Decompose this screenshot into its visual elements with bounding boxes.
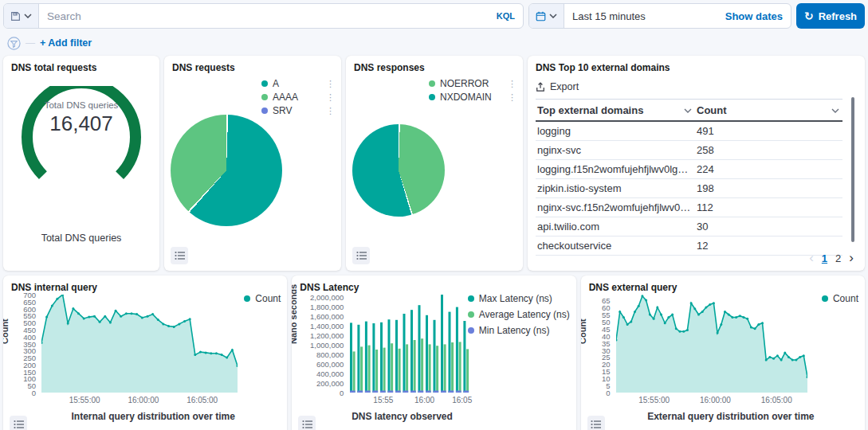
latency-bar-chart[interactable] <box>349 295 470 393</box>
domains-table: Top external domains Count logging491ngi… <box>536 99 842 256</box>
y-axis-tick: 800,000 <box>316 350 344 359</box>
y-axis-tick: 0 <box>32 389 36 397</box>
domain-cell: logging <box>536 121 695 141</box>
external-query-area-chart[interactable] <box>616 295 807 393</box>
legend-more-icon[interactable]: ⋮ <box>508 93 516 102</box>
page-2-button[interactable]: 2 <box>835 252 841 264</box>
panel-title: DNS internal query <box>11 282 279 293</box>
panel-dns-total-requests: DNS total requests Total DNS queries 16,… <box>3 56 159 271</box>
date-quick-menu-button[interactable] <box>529 4 564 28</box>
panel-dns-internal-query: DNS internal query Count Count 700650600… <box>3 276 287 430</box>
query-toolbar: KQL Last 15 minutes Show dates ↻ Refresh <box>3 3 865 29</box>
x-axis-title: DNS latency observed <box>316 411 488 422</box>
save-icon <box>10 11 21 22</box>
kql-language-button[interactable]: KQL <box>489 11 523 21</box>
saved-query-menu-button[interactable] <box>4 4 39 28</box>
panel-title: DNS external query <box>589 282 857 293</box>
x-axis-tick: 15:55 <box>373 396 393 405</box>
gauge-bottom-label: Total DNS queries <box>3 233 159 244</box>
internal-query-area-chart[interactable] <box>41 295 238 393</box>
area-chart-svg <box>41 295 238 393</box>
legend-dot <box>429 80 435 87</box>
legend-more-icon[interactable]: ⋮ <box>508 80 516 88</box>
pagination: ‹ 1 2 › <box>809 250 854 266</box>
domains-table-body: logging491nginx-svc258logging.f15n2womfu… <box>536 121 842 256</box>
gauge-center-text: Total DNS queries 16,407 <box>3 100 159 136</box>
calendar-icon <box>536 11 546 22</box>
table-row: zipkin.istio-system198 <box>536 179 842 198</box>
domain-cell: logging.f15n2womfujehfjlwv0lgs3nog.... <box>536 160 695 179</box>
prev-page-button[interactable]: ‹ <box>809 250 814 266</box>
count-cell: 224 <box>695 160 842 179</box>
y-axis-title: Count <box>581 319 587 344</box>
legend-item-srv[interactable]: SRV ⋮ <box>261 105 335 116</box>
time-range-value[interactable]: Last 15 minutes <box>564 10 717 22</box>
x-axis-tick: 16:00 <box>414 396 434 405</box>
panel-title: DNS Latency <box>300 282 568 293</box>
legend-item-noerror[interactable]: NOERROR ⋮ <box>429 78 516 89</box>
count-cell: 491 <box>695 121 842 141</box>
legend-item-nxdomain[interactable]: NXDOMAIN ⋮ <box>429 92 516 103</box>
list-icon <box>14 420 24 429</box>
y-axis-title: Nano seconds <box>292 284 298 344</box>
legend-more-icon[interactable]: ⋮ <box>326 93 335 102</box>
legend-toggle-button[interactable] <box>352 247 370 264</box>
list-icon <box>356 251 367 260</box>
export-button[interactable]: Export <box>536 81 579 92</box>
legend-toggle-button[interactable] <box>587 416 605 430</box>
y-axis-tick: 200,000 <box>316 379 344 388</box>
column-header-domains[interactable]: Top external domains <box>536 100 695 122</box>
x-axis-tick: 16:05:00 <box>187 396 218 405</box>
y-axis-title: Count <box>3 319 10 344</box>
search-input[interactable] <box>39 10 489 22</box>
legend-toggle-button[interactable] <box>10 416 27 430</box>
search-box: KQL <box>3 3 524 29</box>
panel-dns-external-query: DNS external query Count Count 656055504… <box>581 276 865 430</box>
y-axis-ticks: 7006506005505004504003503002502001501005… <box>11 295 36 393</box>
legend-toggle-button[interactable] <box>171 247 188 264</box>
refresh-button[interactable]: ↻ Refresh <box>796 3 865 29</box>
table-row: checkoutservice12 <box>536 236 842 256</box>
add-filter-button[interactable]: + Add filter <box>40 37 92 49</box>
dns-responses-pie-chart[interactable] <box>352 124 445 217</box>
count-cell: 30 <box>695 217 842 236</box>
export-icon <box>536 82 545 92</box>
panel-title: DNS total requests <box>11 62 151 73</box>
pie-legend: NOERROR ⋮ NXDOMAIN ⋮ <box>429 78 516 103</box>
count-cell: 198 <box>695 179 842 198</box>
dns-requests-pie-chart[interactable] <box>171 115 282 226</box>
panel-title: DNS responses <box>354 62 515 73</box>
table-row: nginx-svc258 <box>536 141 842 160</box>
panel-title: DNS requests <box>172 62 333 73</box>
next-page-button[interactable]: › <box>849 250 854 266</box>
legend-item-a[interactable]: A ⋮ <box>261 78 335 89</box>
show-dates-button[interactable]: Show dates <box>717 10 791 22</box>
domain-cell: nginx-svc <box>536 141 695 160</box>
chevron-down-icon <box>549 14 557 18</box>
table-row: nginx-svc.f15n2womfujehfjlwv0lgs3no...11… <box>536 198 842 217</box>
filter-circle-icon[interactable] <box>7 37 21 50</box>
table-scrollbar[interactable] <box>851 97 854 242</box>
y-axis-tick: 0 <box>340 389 344 397</box>
y-axis-tick: 400,000 <box>316 369 344 378</box>
x-axis-tick: 16:00:00 <box>700 396 731 405</box>
legend-more-icon[interactable]: ⋮ <box>326 80 335 88</box>
x-axis-tick: 15:55:00 <box>69 396 100 405</box>
legend-more-icon[interactable]: ⋮ <box>326 107 335 115</box>
dashboard-row-2: DNS internal query Count Count 700650600… <box>3 276 865 430</box>
list-icon <box>591 420 601 429</box>
panel-dns-top-external-domains: DNS Top 10 external domains Export Top e… <box>528 56 865 271</box>
x-axis-ticks: 15:55:0016:00:0016:05:00 <box>616 396 807 406</box>
panel-title: DNS Top 10 external domains <box>536 62 857 73</box>
page-1-button[interactable]: 1 <box>822 252 827 264</box>
legend-item-aaaa[interactable]: AAAA ⋮ <box>261 92 335 103</box>
y-axis-tick: 1,800,000 <box>310 303 344 311</box>
column-header-count[interactable]: Count <box>695 100 842 122</box>
y-axis-tick: 2,000,000 <box>310 293 344 302</box>
gauge-value: 16,407 <box>3 111 159 136</box>
domain-cell: zipkin.istio-system <box>536 179 695 198</box>
area-chart-svg <box>616 295 807 393</box>
domain-cell: nginx-svc.f15n2womfujehfjlwv0lgs3no... <box>536 198 695 217</box>
y-axis-tick: 1,000,000 <box>310 341 344 350</box>
legend-toggle-button[interactable] <box>298 416 316 430</box>
